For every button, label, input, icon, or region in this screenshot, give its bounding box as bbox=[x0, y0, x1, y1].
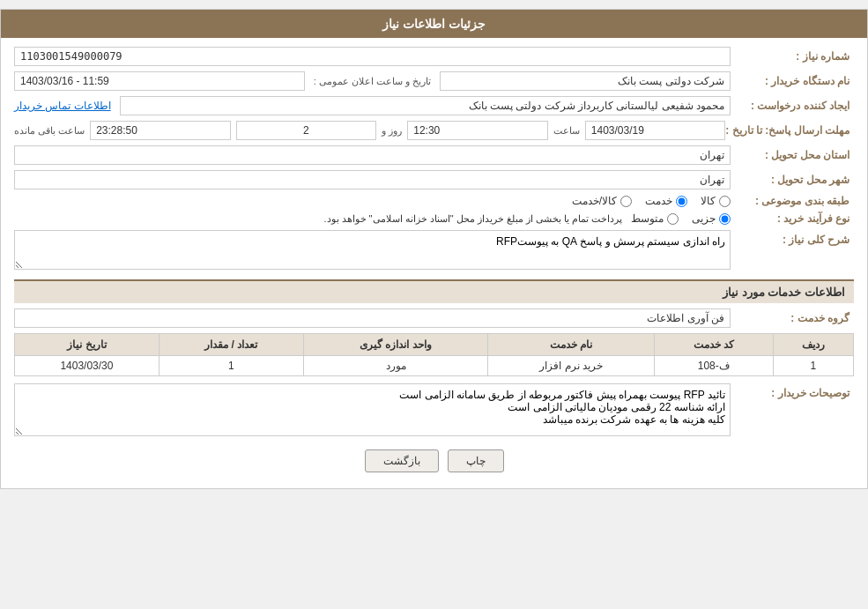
city-row: شهر محل تحویل : تهران bbox=[14, 170, 854, 189]
purchase-jozi-label: جزیی bbox=[692, 212, 716, 225]
purchase-radio-jozi[interactable] bbox=[719, 213, 731, 225]
station-value: شرکت دولتی پست بانک bbox=[440, 71, 731, 91]
category-radio-kala[interactable] bbox=[719, 196, 731, 207]
page-title: جزئیات اطلاعات نیاز bbox=[382, 17, 486, 31]
category-kala-khedmat-label: کالا/خدمت bbox=[572, 195, 617, 207]
creator-row: ایجاد کننده درخواست : محمود شفیعی لیالست… bbox=[14, 96, 854, 115]
category-radio-group: کالا خدمت کالا/خدمت bbox=[572, 195, 731, 207]
button-row: چاپ بازگشت bbox=[14, 449, 854, 472]
deadline-time: 12:30 bbox=[407, 121, 548, 140]
deadline-remaining: 23:28:50 bbox=[90, 121, 231, 140]
category-radio-khedmat[interactable] bbox=[676, 196, 687, 207]
purchase-type-row: نوع فرآیند خرید : جزیی متوسط پرداخت تمام… bbox=[14, 212, 854, 225]
contact-link[interactable]: اطلاعات تماس خریدار bbox=[14, 100, 111, 112]
service-group-label: گروه خدمت : bbox=[731, 312, 854, 324]
table-row: 1ف-108خرید نرم افزارمورد11403/03/30 bbox=[15, 356, 854, 376]
print-button[interactable]: چاپ bbox=[448, 449, 504, 472]
deadline-row: مهلت ارسال پاسخ: تا تاریخ : 1403/03/19 س… bbox=[14, 121, 854, 140]
col-date: تاریخ نیاز bbox=[15, 334, 160, 356]
announcement-value: 1403/03/16 - 11:59 bbox=[14, 71, 305, 91]
need-description-textarea[interactable]: راه اندازی سیستم پرسش و پاسخ QA به پیوست… bbox=[14, 230, 731, 270]
deadline-time-group: 1403/03/19 ساعت 12:30 روز و 2 23:28:50 س… bbox=[14, 121, 725, 140]
purchase-motawaset-label: متوسط bbox=[631, 212, 664, 225]
buyer-description-label: توصیحات خریدار : bbox=[731, 383, 854, 399]
category-radio-kala-khedmat[interactable] bbox=[620, 196, 632, 207]
deadline-date: 1403/03/19 bbox=[585, 121, 726, 140]
station-label: نام دستگاه خریدار : bbox=[731, 75, 854, 87]
need-number-value: 1103001549000079 bbox=[14, 47, 731, 66]
purchase-radio-motawaset[interactable] bbox=[667, 213, 679, 225]
buyer-description-row: توصیحات خریدار : bbox=[14, 383, 854, 439]
deadline-days: 2 bbox=[236, 121, 377, 140]
purchase-note: پرداخت تمام یا بخشی از مبلغ خریداز محل "… bbox=[323, 213, 622, 225]
category-option-kala[interactable]: کالا bbox=[701, 195, 731, 207]
need-number-row: شماره نیاز : 1103001549000079 bbox=[14, 47, 854, 66]
back-button[interactable]: بازگشت bbox=[365, 449, 439, 472]
col-quantity: تعداد / مقدار bbox=[159, 334, 303, 356]
purchase-type-radio-group: جزیی متوسط bbox=[631, 212, 731, 225]
deadline-remaining-label: ساعت باقی مانده bbox=[14, 125, 85, 137]
category-khedmat-label: خدمت bbox=[645, 195, 672, 207]
service-group-row: گروه خدمت : فن آوری اطلاعات bbox=[14, 308, 854, 328]
creator-value: محمود شفیعی لیالستانی کاربرداز شرکت دولت… bbox=[120, 96, 731, 115]
station-announcement-row: نام دستگاه خریدار : شرکت دولتی پست بانک … bbox=[14, 71, 854, 91]
purchase-type-label: نوع فرآیند خرید : bbox=[731, 212, 854, 225]
page-header: جزئیات اطلاعات نیاز bbox=[1, 10, 867, 38]
deadline-day-label: روز و bbox=[382, 125, 402, 137]
province-row: استان محل تحویل : تهران bbox=[14, 145, 854, 165]
purchase-type-jozi[interactable]: جزیی bbox=[692, 212, 731, 225]
need-description-label: شرح کلی نیاز : bbox=[731, 230, 854, 246]
announcement-label: تاریخ و ساعت اعلان عمومی : bbox=[314, 76, 431, 87]
category-row: طبقه بندی موضوعی : کالا خدمت کالا/خدمت bbox=[14, 195, 854, 207]
city-label: شهر محل تحویل : bbox=[731, 174, 854, 186]
need-number-label: شماره نیاز : bbox=[731, 50, 854, 63]
services-section-header: اطلاعات خدمات مورد نیاز bbox=[14, 279, 854, 303]
category-label: طبقه بندی موضوعی : bbox=[731, 195, 854, 207]
deadline-time-label: ساعت bbox=[553, 125, 580, 137]
city-value: تهران bbox=[14, 170, 731, 189]
province-value: تهران bbox=[14, 145, 731, 165]
col-name: نام خدمت bbox=[488, 334, 655, 356]
col-code: کد خدمت bbox=[654, 334, 773, 356]
need-description-container: راه اندازی سیستم پرسش و پاسخ QA به پیوست… bbox=[14, 230, 731, 272]
buyer-description-textarea[interactable] bbox=[14, 383, 731, 436]
col-unit: واحد اندازه گیری bbox=[303, 334, 488, 356]
category-option-khedmat[interactable]: خدمت bbox=[645, 195, 687, 207]
buyer-description-container bbox=[14, 383, 731, 439]
category-kala-label: کالا bbox=[701, 195, 716, 207]
category-option-kala-khedmat[interactable]: کالا/خدمت bbox=[572, 195, 632, 207]
creator-label: ایجاد کننده درخواست : bbox=[731, 100, 854, 112]
service-group-value: فن آوری اطلاعات bbox=[14, 308, 731, 328]
services-table: ردیف کد خدمت نام خدمت واحد اندازه گیری ت… bbox=[14, 333, 854, 376]
purchase-type-motawaset[interactable]: متوسط bbox=[631, 212, 679, 225]
deadline-label: مهلت ارسال پاسخ: تا تاریخ : bbox=[725, 124, 854, 137]
col-row: ردیف bbox=[773, 334, 853, 356]
need-description-row: شرح کلی نیاز : راه اندازی سیستم پرسش و پ… bbox=[14, 230, 854, 272]
province-label: استان محل تحویل : bbox=[731, 149, 854, 161]
